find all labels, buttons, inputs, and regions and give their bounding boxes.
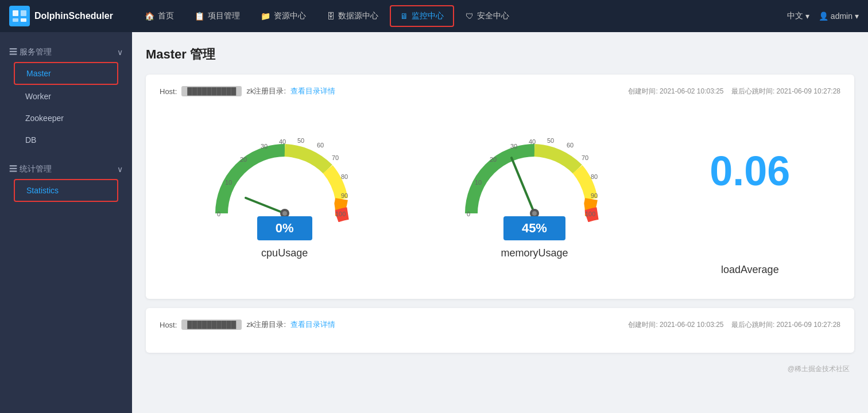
logo-icon — [9, 6, 30, 26]
card-header-left-2: Host: ██████████ zk注册目录: 查看目录详情 — [160, 320, 335, 330]
master-label: Master — [26, 69, 51, 78]
main-content: Master 管理 Host: ██████████ zk注册目录: 查看目录详… — [132, 32, 868, 413]
sidebar-group-service-header[interactable]: ☰ 服务管理 ∨ — [9, 44, 123, 61]
sidebar-item-worker[interactable]: Worker — [14, 86, 118, 107]
svg-rect-2 — [21, 10, 26, 16]
logo-text: DolphinScheduler — [34, 11, 113, 21]
page-title: Master 管理 — [146, 46, 854, 63]
nav-item-project[interactable]: 📋 项目管理 — [185, 6, 249, 26]
chevron-down-icon: ▾ — [805, 11, 809, 21]
svg-text:40: 40 — [529, 138, 536, 145]
svg-text:50: 50 — [547, 137, 554, 144]
nav-item-security[interactable]: 🛡 安全中心 — [456, 6, 518, 26]
heartbeat-time-1: 2021-06-09 10:27:28 — [777, 87, 840, 95]
home-icon: 🏠 — [145, 11, 154, 21]
nav-label-security: 安全中心 — [477, 11, 509, 21]
nav-item-resource[interactable]: 📁 资源中心 — [251, 6, 315, 26]
sidebar-group-statistics: ☰ 统计管理 ∨ Statistics — [0, 154, 132, 205]
sidebar-item-zookeeper[interactable]: Zookeeper — [14, 108, 118, 128]
nav-item-datasource[interactable]: 🗄 数据源中心 — [317, 6, 388, 26]
heartbeat-label-1: 最后心跳时间: — [731, 87, 774, 95]
svg-point-34 — [532, 211, 537, 216]
card-header-right-2: 创建时间: 2021-06-02 10:03:25 最后心跳时间: 2021-0… — [628, 320, 840, 330]
cpu-badge: 0% — [257, 216, 312, 240]
worker-label: Worker — [25, 92, 51, 101]
chevron-icon-service: ∨ — [117, 48, 123, 57]
gauges-row-1: 0 10 20 30 40 50 60 70 80 90 100 — [160, 108, 840, 287]
svg-text:0: 0 — [467, 211, 470, 217]
sidebar-item-master[interactable]: Master — [14, 62, 118, 85]
svg-point-19 — [282, 211, 287, 216]
memory-gauge-item: 0 10 20 30 40 50 60 70 80 90 100 — [460, 130, 609, 259]
svg-text:60: 60 — [317, 142, 324, 149]
username-text: admin — [831, 11, 852, 21]
memory-badge: 45% — [503, 216, 565, 240]
card-header-1: Host: ██████████ zk注册目录: 查看目录详情 创建时间: 20… — [160, 86, 840, 96]
memory-label: memoryUsage — [501, 247, 568, 259]
nav-label-home: 首页 — [158, 11, 174, 21]
host-value-1: ██████████ — [181, 86, 242, 96]
datasource-icon: 🗄 — [327, 11, 335, 21]
zk-prefix-1: zk注册目录: — [246, 86, 286, 96]
nav-label-datasource: 数据源中心 — [338, 11, 378, 21]
svg-text:20: 20 — [240, 156, 247, 163]
sidebar-item-statistics[interactable]: Statistics — [14, 179, 118, 202]
cpu-gauge-svg: 0 10 20 30 40 50 60 70 80 90 100 — [210, 130, 359, 240]
card-header-2: Host: ██████████ zk注册目录: 查看目录详情 创建时间: 20… — [160, 320, 840, 330]
svg-text:0: 0 — [217, 211, 220, 217]
sidebar-group-service-label: ☰ 服务管理 — [9, 47, 52, 57]
cpu-label: cpuUsage — [261, 247, 308, 259]
sidebar-group-service: ☰ 服务管理 ∨ Master Worker Zookeeper DB — [0, 37, 132, 154]
nav-right: 中文 ▾ 👤 admin ▾ — [787, 11, 859, 21]
svg-text:60: 60 — [567, 142, 574, 149]
watermark: @稀土掘金技术社区 — [146, 362, 854, 376]
zk-link-2[interactable]: 查看目录详情 — [290, 320, 335, 330]
menu-icon-2: ☰ — [9, 164, 17, 173]
language-switcher[interactable]: 中文 ▾ — [787, 11, 809, 21]
sidebar: ☰ 服务管理 ∨ Master Worker Zookeeper DB — [0, 32, 132, 413]
svg-text:30: 30 — [510, 143, 517, 150]
svg-text:10: 10 — [225, 179, 232, 186]
card-header-right-1: 创建时间: 2021-06-02 10:03:25 最后心跳时间: 2021-0… — [628, 87, 840, 96]
chevron-down-icon-user: ▾ — [855, 11, 859, 21]
sidebar-group-statistics-header[interactable]: ☰ 统计管理 ∨ — [9, 161, 123, 178]
chevron-icon-stats: ∨ — [117, 165, 123, 174]
svg-rect-4 — [21, 18, 26, 22]
statistics-label: Statistics — [26, 186, 59, 195]
nav-items: 🏠 首页 📋 项目管理 📁 资源中心 🗄 数据源中心 🖥 监控中心 🛡 安全中心 — [135, 5, 787, 27]
main-layout: ☰ 服务管理 ∨ Master Worker Zookeeper DB — [0, 32, 868, 413]
memory-gauge: 0 10 20 30 40 50 60 70 80 90 100 — [460, 130, 609, 222]
host-label-2: Host: — [160, 321, 177, 329]
host-value-2: ██████████ — [181, 320, 242, 330]
language-text: 中文 — [787, 11, 803, 21]
monitor-icon: 🖥 — [400, 11, 408, 21]
host-label-1: Host: — [160, 87, 177, 96]
sidebar-wrapper: ☰ 服务管理 ∨ Master Worker Zookeeper DB — [0, 32, 132, 413]
svg-text:80: 80 — [591, 173, 598, 180]
svg-rect-1 — [13, 10, 18, 16]
nav-item-home[interactable]: 🏠 首页 — [135, 6, 183, 26]
svg-text:70: 70 — [582, 154, 588, 161]
created-time-label-1: 创建时间: — [628, 87, 657, 95]
svg-rect-3 — [13, 18, 18, 22]
sidebar-item-db[interactable]: DB — [14, 130, 118, 150]
security-icon: 🛡 — [466, 11, 474, 21]
load-avg-label: loadAverage — [721, 264, 779, 276]
nav-label-monitor: 监控中心 — [412, 11, 444, 21]
memory-gauge-svg: 0 10 20 30 40 50 60 70 80 90 100 — [460, 130, 609, 240]
nav-label-resource: 资源中心 — [274, 11, 306, 21]
svg-text:70: 70 — [332, 154, 339, 161]
user-menu[interactable]: 👤 admin ▾ — [819, 11, 859, 21]
svg-text:20: 20 — [490, 156, 497, 163]
svg-text:80: 80 — [341, 173, 348, 180]
svg-text:50: 50 — [297, 137, 304, 144]
svg-text:10: 10 — [475, 179, 482, 186]
created-time-2: 2021-06-02 10:03:25 — [660, 321, 723, 329]
created-time-1: 2021-06-02 10:03:25 — [660, 87, 723, 95]
cpu-gauge: 0 10 20 30 40 50 60 70 80 90 100 — [210, 130, 359, 222]
load-avg-item: 0.06 loadAverage — [710, 114, 790, 276]
zookeeper-label: Zookeeper — [25, 114, 64, 123]
zk-link-1[interactable]: 查看目录详情 — [290, 86, 335, 96]
svg-text:90: 90 — [341, 192, 348, 199]
nav-item-monitor[interactable]: 🖥 监控中心 — [390, 5, 454, 27]
